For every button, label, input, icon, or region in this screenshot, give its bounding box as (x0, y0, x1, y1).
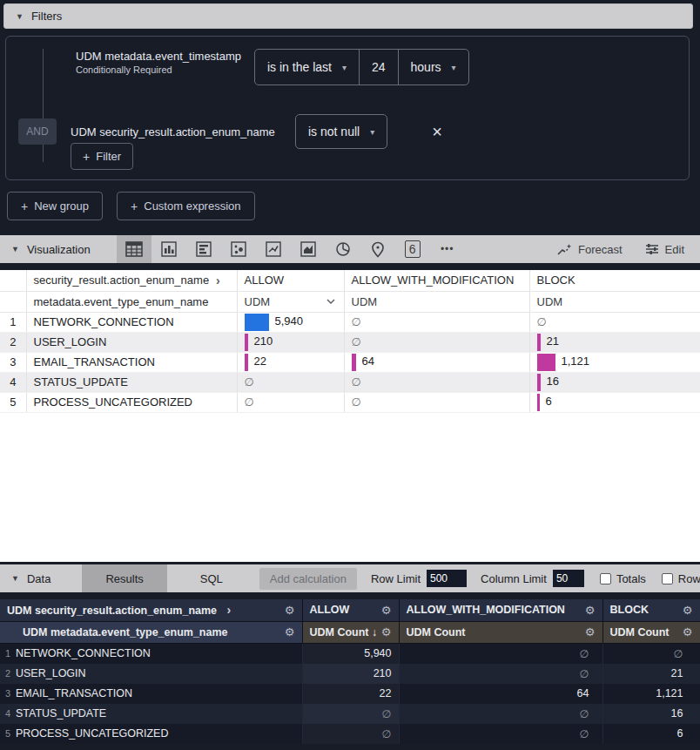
measure-cell[interactable]: 64 (399, 684, 602, 704)
measure-header[interactable]: UDM (529, 291, 700, 312)
measure-cell[interactable]: ∅ (399, 664, 602, 684)
dimension-value[interactable]: NETWORK_CONNECTION (26, 312, 237, 332)
measure-select-allow[interactable]: UDM (237, 291, 344, 312)
totals-checkbox[interactable] (600, 573, 611, 584)
table-row[interactable]: 2USER_LOGIN 210∅21 (0, 664, 700, 684)
collapse-caret-icon[interactable]: ▼ (16, 12, 24, 21)
measure-cell[interactable]: 22 (237, 352, 344, 372)
measure-cell[interactable]: 64 (344, 352, 529, 372)
pivot-value-allow-with-modification[interactable]: ALLOW_WITH_MODIFICATION (344, 270, 529, 291)
measure-cell[interactable]: 5,940 (302, 643, 399, 664)
new-group-button[interactable]: + New group (7, 192, 103, 220)
results-measure-allow-sorted[interactable]: UDM Count ↓⚙ (302, 621, 399, 643)
gear-icon[interactable]: ⚙ (381, 625, 392, 639)
tab-sql[interactable]: SQL (183, 564, 240, 592)
viz-type-table[interactable] (117, 235, 151, 263)
filters-section-header[interactable]: ▼ Filters (3, 3, 693, 29)
row-limit-input[interactable] (427, 570, 467, 587)
row-dimension-header[interactable]: metadata.event_type_enum_name (26, 291, 237, 312)
gear-icon[interactable]: ⚙ (285, 604, 295, 617)
table-row[interactable]: 4STATUS_UPDATE ∅∅16 (0, 704, 700, 724)
viz-type-line-chart[interactable] (256, 235, 291, 263)
dimension-value[interactable]: PROCESS_UNCATEGORIZED (26, 392, 237, 412)
viz-type-bar-chart[interactable] (186, 235, 221, 263)
measure-header[interactable]: UDM (344, 291, 529, 312)
filter-value-input[interactable]: 24 (359, 50, 398, 84)
results-row-dimension-header[interactable]: UDM metadata.event_type_enum_name⚙ (0, 621, 302, 643)
measure-cell[interactable]: ∅ (399, 724, 602, 744)
results-measure-awm[interactable]: UDM Count⚙ (399, 621, 602, 643)
measure-cell[interactable]: 5,940 (237, 312, 344, 332)
measure-cell[interactable]: ∅ (302, 704, 399, 724)
dimension-value[interactable]: EMAIL_TRANSACTION (26, 352, 237, 372)
table-row[interactable]: 1 NETWORK_CONNECTION 5,940∅∅ (0, 312, 700, 332)
measure-cell[interactable]: ∅ (399, 643, 602, 664)
measure-cell[interactable]: 21 (529, 332, 700, 352)
custom-expression-button[interactable]: + Custom expression (117, 192, 254, 220)
table-row[interactable]: 5PROCESS_UNCATEGORIZED ∅∅6 (0, 724, 700, 744)
dimension-cell[interactable]: 3EMAIL_TRANSACTION (0, 684, 302, 704)
measure-cell[interactable]: 6 (529, 392, 700, 412)
collapse-caret-icon[interactable]: ▼ (11, 574, 19, 583)
pivot-value-block[interactable]: BLOCK (529, 270, 700, 291)
add-calculation-button[interactable]: Add calculation (259, 568, 357, 590)
viz-type-column-chart[interactable] (151, 235, 186, 263)
pivot-dimension-header[interactable]: security_result.action_enum_name› (26, 270, 237, 291)
table-row[interactable]: 1NETWORK_CONNECTION 5,940∅∅ (0, 643, 700, 664)
column-limit-input[interactable] (553, 570, 584, 587)
forecast-button[interactable]: Forecast (557, 243, 623, 256)
gear-icon[interactable]: ⚙ (683, 625, 693, 639)
dimension-value[interactable]: STATUS_UPDATE (26, 372, 237, 392)
dimension-cell[interactable]: 1NETWORK_CONNECTION (0, 643, 302, 664)
measure-cell[interactable]: 210 (302, 664, 399, 684)
row-totals-checkbox[interactable] (662, 573, 673, 584)
measure-cell[interactable]: ∅ (344, 312, 529, 332)
table-row[interactable]: 5 PROCESS_UNCATEGORIZED ∅∅6 (0, 392, 700, 412)
measure-cell[interactable]: 16 (529, 372, 700, 392)
measure-cell[interactable]: 210 (237, 332, 344, 352)
results-pivot-allow[interactable]: ALLOW⚙ (302, 599, 399, 621)
results-pivot-block[interactable]: BLOCK⚙ (602, 599, 700, 621)
results-measure-block[interactable]: UDM Count⚙ (602, 621, 700, 643)
measure-cell[interactable]: 1,121 (602, 684, 700, 704)
gear-icon[interactable]: ⚙ (585, 604, 596, 617)
measure-cell[interactable]: ∅ (302, 724, 399, 744)
dimension-value[interactable]: USER_LOGIN (26, 332, 237, 352)
edit-button[interactable]: Edit (645, 243, 684, 256)
viz-type-more[interactable]: ••• (430, 235, 465, 263)
dimension-cell[interactable]: 2USER_LOGIN (0, 664, 302, 684)
measure-cell[interactable]: 6 (602, 724, 700, 744)
viz-type-area-chart[interactable] (291, 235, 326, 263)
remove-filter-button[interactable]: × (424, 114, 450, 149)
filter-unit-select[interactable]: hours ▾ (398, 50, 468, 84)
filter-operator-select[interactable]: is not null ▾ (295, 114, 387, 149)
measure-cell[interactable]: ∅ (237, 392, 344, 412)
gear-icon[interactable]: ⚙ (585, 625, 596, 639)
viz-type-scatter[interactable] (221, 235, 256, 263)
gear-icon[interactable]: ⚙ (683, 604, 693, 617)
table-row[interactable]: 3EMAIL_TRANSACTION 22641,121 (0, 684, 700, 704)
measure-cell[interactable]: ∅ (237, 372, 344, 392)
measure-cell[interactable]: ∅ (529, 312, 700, 332)
measure-cell[interactable]: 1,121 (529, 352, 700, 372)
measure-cell[interactable]: 16 (602, 704, 700, 724)
tab-results[interactable]: Results (82, 564, 166, 592)
results-pivot-allow-with-modification[interactable]: ALLOW_WITH_MODIFICATION⚙ (399, 599, 602, 621)
viz-type-pie-chart[interactable] (326, 235, 360, 263)
table-row[interactable]: 3 EMAIL_TRANSACTION 22641,121 (0, 352, 700, 372)
viz-type-map[interactable] (360, 235, 395, 263)
measure-cell[interactable]: ∅ (399, 704, 602, 724)
table-row[interactable]: 4 STATUS_UPDATE ∅∅16 (0, 372, 700, 392)
measure-cell[interactable]: 22 (302, 684, 399, 704)
viz-type-single-value[interactable]: 6 (395, 235, 430, 263)
pivot-value-allow[interactable]: ALLOW (237, 270, 344, 291)
results-dimension-header[interactable]: UDM security_result.action_enum_name › ⚙ (0, 599, 302, 621)
dimension-cell[interactable]: 5PROCESS_UNCATEGORIZED (0, 724, 302, 744)
measure-cell[interactable]: ∅ (344, 372, 529, 392)
gear-icon[interactable]: ⚙ (381, 604, 392, 617)
add-filter-button[interactable]: + Filter (71, 143, 133, 170)
measure-cell[interactable]: ∅ (344, 332, 529, 352)
gear-icon[interactable]: ⚙ (285, 625, 295, 639)
filter-operator-select[interactable]: is in the last ▾ (255, 50, 359, 84)
dimension-cell[interactable]: 4STATUS_UPDATE (0, 704, 302, 724)
